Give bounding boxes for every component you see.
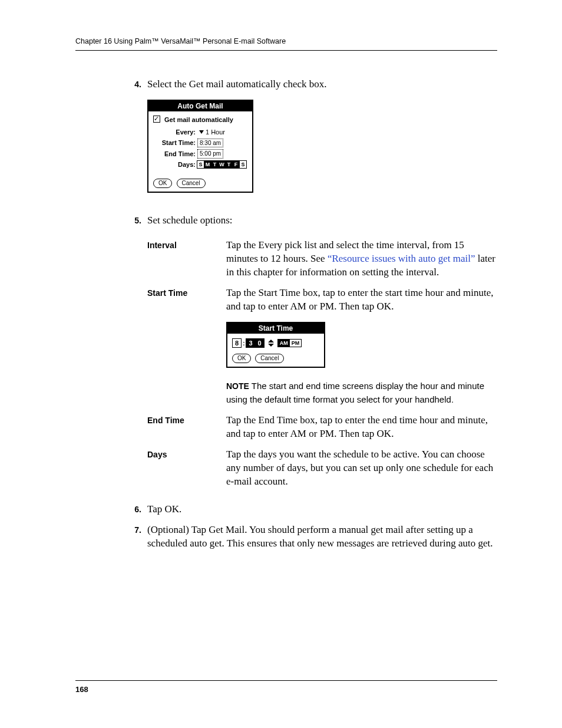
note-label: NOTE bbox=[226, 381, 249, 391]
cancel-button[interactable]: Cancel bbox=[255, 354, 284, 363]
option-end-time: End Time Tap the End Time box, tap to en… bbox=[147, 414, 497, 441]
days-text: Tap the days you want the schedule to be… bbox=[226, 448, 497, 489]
spinner[interactable] bbox=[268, 340, 274, 347]
pm-button[interactable]: PM bbox=[290, 340, 302, 347]
ok-button[interactable]: OK bbox=[232, 354, 251, 363]
step-4: 4. Select the Get mail automatically che… bbox=[75, 78, 497, 207]
option-start-time: Start Time Tap the Start Time box, tap t… bbox=[147, 286, 497, 407]
every-label: Every: bbox=[153, 128, 196, 137]
step-text: Set schedule options: bbox=[147, 214, 497, 228]
option-days: Days Tap the days you want the schedule … bbox=[147, 448, 497, 489]
auto-get-mail-dialog: Auto Get Mail Get mail automatically Eve… bbox=[147, 100, 253, 193]
hour-field[interactable]: 8 bbox=[232, 338, 242, 348]
dialog-title: Start Time bbox=[227, 323, 324, 334]
every-value[interactable]: 1 Hour bbox=[206, 128, 225, 137]
days-selector[interactable]: S M T W T F S bbox=[197, 160, 247, 169]
dialog-title: Auto Get Mail bbox=[148, 101, 252, 111]
running-header: Chapter 16 Using Palm™ VersaMail™ Person… bbox=[75, 37, 497, 51]
start-time-field[interactable]: 8:30 am bbox=[197, 139, 223, 148]
checkbox-get-mail[interactable] bbox=[153, 116, 160, 123]
note-block: NOTE The start and end time screens disp… bbox=[226, 380, 497, 407]
step-number: 7. bbox=[75, 523, 147, 551]
step-number: 5. bbox=[75, 214, 147, 496]
days-label: Days bbox=[147, 448, 226, 489]
page-number: 168 bbox=[75, 680, 497, 695]
end-time-label: End Time bbox=[147, 414, 226, 441]
step-text: Select the Get mail automatically check … bbox=[147, 78, 497, 91]
colon: : bbox=[243, 340, 244, 348]
step-6: 6. Tap OK. bbox=[75, 503, 497, 516]
start-time-dialog: Start Time 8 : 3 0 bbox=[226, 322, 325, 368]
step-number: 6. bbox=[75, 503, 147, 516]
cancel-button[interactable]: Cancel bbox=[177, 179, 206, 188]
step-5: 5. Set schedule options: Interval Tap th… bbox=[75, 214, 497, 496]
option-interval: Interval Tap the Every pick list and sel… bbox=[147, 239, 497, 279]
ampm-toggle[interactable]: AM PM bbox=[277, 339, 302, 347]
start-time-text: Tap the Start Time box, tap to enter the… bbox=[226, 286, 497, 314]
step-7: 7. (Optional) Tap Get Mail. You should p… bbox=[75, 523, 497, 551]
arrow-down-icon[interactable] bbox=[268, 344, 274, 347]
resource-issues-link[interactable]: “Resource issues with auto get mail” bbox=[328, 253, 475, 264]
chevron-down-icon[interactable] bbox=[199, 130, 204, 134]
interval-text: Tap the Every pick list and select the t… bbox=[226, 239, 497, 279]
ok-button[interactable]: OK bbox=[153, 179, 172, 188]
start-time-label: Start Time bbox=[147, 286, 226, 407]
start-time-label: Start Time: bbox=[153, 139, 196, 147]
step-text: Tap OK. bbox=[147, 503, 497, 516]
end-time-field[interactable]: 5:00 pm bbox=[197, 149, 223, 159]
min-ones-field[interactable]: 0 bbox=[255, 338, 265, 348]
checkbox-label: Get mail automatically bbox=[164, 116, 233, 123]
arrow-up-icon[interactable] bbox=[268, 340, 274, 342]
interval-label: Interval bbox=[147, 239, 226, 279]
step-text: (Optional) Tap Get Mail. You should perf… bbox=[147, 523, 497, 551]
am-button[interactable]: AM bbox=[278, 340, 290, 347]
min-tens-field[interactable]: 3 bbox=[246, 338, 255, 348]
days-label: Days: bbox=[153, 160, 196, 169]
day-s2[interactable]: S bbox=[239, 160, 247, 169]
end-time-text: Tap the End Time box, tap to enter the e… bbox=[226, 414, 497, 441]
note-text: The start and end time screens display t… bbox=[226, 381, 484, 404]
end-time-label: End Time: bbox=[153, 150, 196, 159]
step-number: 4. bbox=[75, 78, 147, 207]
